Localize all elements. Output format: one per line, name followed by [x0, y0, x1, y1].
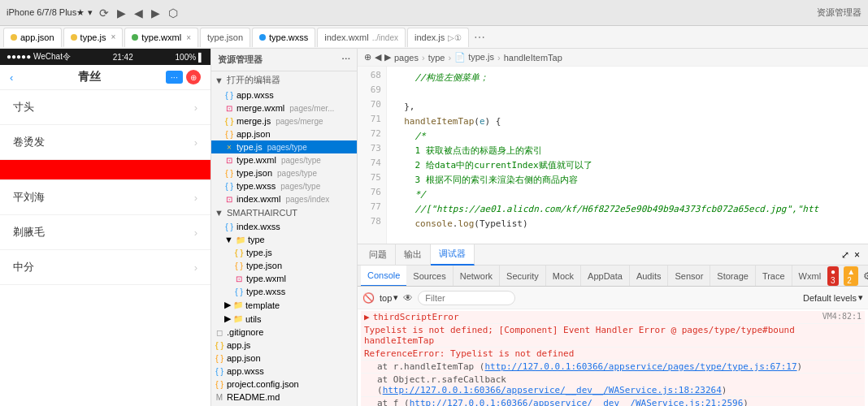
more-icon[interactable]: ··· ⊕: [166, 70, 201, 84]
code-text: handleItemTap(e) {: [393, 116, 501, 127]
list-item[interactable]: 剃腋毛 ›: [0, 215, 210, 250]
list-item[interactable]: 中分 ›: [0, 250, 210, 285]
close-icon[interactable]: ×: [186, 33, 191, 42]
section-label: SMARTHAIRCUT: [227, 208, 297, 218]
tree-file-type-json[interactable]: { } type.json pages/type: [211, 166, 357, 179]
list-item[interactable]: 卷烫发 ›: [0, 125, 210, 160]
more-tabs-icon[interactable]: ⋯: [474, 31, 485, 44]
compile-icon[interactable]: ⬡: [168, 6, 178, 19]
file-name: index.wxml: [237, 194, 280, 204]
tree-file-gitignore[interactable]: ◻ .gitignore: [211, 326, 357, 339]
tree-file-type-json-2[interactable]: { } type.json: [211, 259, 357, 272]
tree-file-type-js[interactable]: { } type.js: [211, 246, 357, 259]
play-icon[interactable]: ▶: [117, 6, 126, 19]
tree-file-project-config[interactable]: { } project.config.json: [211, 378, 357, 391]
tree-file-type-wxss-2[interactable]: { } type.wxss: [211, 285, 357, 298]
file-name: app.wxss: [227, 366, 264, 376]
tree-file-index-wxml[interactable]: ⊡ index.wxml pages/index: [211, 192, 357, 205]
tab-sensor[interactable]: Sensor: [668, 266, 710, 287]
list-item[interactable]: 平刘海 ›: [0, 180, 210, 215]
file-path: pages/mer...: [289, 104, 334, 113]
tab-appdata[interactable]: AppData: [581, 266, 630, 287]
console-filter-input[interactable]: [418, 291, 515, 305]
tree-file-merge-wxml[interactable]: ⊡ merge.wxml pages/mer...: [211, 102, 357, 114]
default-levels[interactable]: Default levels ▾: [803, 292, 863, 303]
tab-app-json[interactable]: app.json: [3, 28, 62, 47]
back-icon[interactable]: ◀: [134, 6, 143, 19]
editor-panel: ⊕ ◀ ▶ pages › type › 📄 type.js › handleI…: [358, 49, 868, 406]
tree-file-type-wxss[interactable]: { } type.wxss pages/type: [211, 179, 357, 192]
link[interactable]: http://127.0.0.1:60366/appservice/pages/…: [484, 361, 796, 372]
tree-dir-template[interactable]: ▶ 📁 template: [211, 298, 357, 312]
tab-storage[interactable]: Storage: [710, 266, 756, 287]
nav-back[interactable]: ◀: [375, 52, 381, 63]
close-icon[interactable]: ×: [111, 32, 115, 41]
clear-console-icon[interactable]: 🚫: [362, 292, 375, 304]
code-line-75: 3 根据不同的索引来渲染右侧的商品内容: [393, 172, 861, 187]
md-icon: M: [215, 392, 224, 402]
rotate-icon[interactable]: ⟳: [99, 6, 109, 19]
device-selector[interactable]: iPhone 6/7/8 Plus★ ▾: [7, 7, 93, 18]
tab-network[interactable]: Network: [454, 266, 500, 287]
code-line-71: handleItemTap(e) {: [393, 114, 861, 128]
tab-issues[interactable]: 问题: [361, 244, 396, 266]
tree-file-app-wxss-root[interactable]: { } app.wxss: [211, 365, 357, 378]
eye-icon[interactable]: 👁: [403, 292, 413, 304]
folder-name: utils: [245, 314, 262, 324]
back-arrow-icon[interactable]: ‹: [10, 71, 13, 84]
tree-file-type-wxml[interactable]: ⊡ type.wxml pages/type: [211, 153, 357, 166]
tab-security[interactable]: Security: [500, 266, 546, 287]
collapse-icon[interactable]: ⋯: [341, 54, 350, 65]
link[interactable]: http://127.0.0.1:60366/appservice/__dev_…: [410, 398, 744, 406]
devtools-settings-icon[interactable]: ⚙: [863, 270, 868, 282]
tree-dir-utils[interactable]: ▶ 📁 utils: [211, 312, 357, 326]
line-num: 74: [358, 158, 386, 172]
file-name: app.json: [237, 129, 271, 139]
tab-wxml[interactable]: Wxml: [792, 266, 828, 287]
tree-file-type-wxml-2[interactable]: ⊡ type.wxml: [211, 272, 357, 285]
link[interactable]: http://127.0.0.1:60366/appservice/__dev_…: [383, 385, 722, 395]
chevron-right-icon: ›: [194, 192, 197, 204]
tree-file-app-json-root[interactable]: { } app.json: [211, 352, 357, 365]
tab-label: app.json: [20, 32, 54, 42]
forward-icon[interactable]: ▶: [151, 6, 160, 19]
tree-file-app-js[interactable]: { } app.js: [211, 339, 357, 352]
tab-debugger[interactable]: 调试器: [431, 244, 475, 266]
file-name: type.wxss: [237, 181, 276, 191]
tab-type-wxml[interactable]: type.wxml ×: [124, 28, 198, 47]
breadcrumb-type: type: [428, 53, 445, 63]
list-item[interactable]: [0, 160, 210, 180]
tree-dir-index-wxss[interactable]: { } index.wxss: [211, 220, 357, 233]
tab-audits[interactable]: Audits: [630, 266, 669, 287]
close-devtools-icon[interactable]: ×: [854, 249, 860, 261]
list-item[interactable]: 寸头 ›: [0, 90, 210, 125]
tab-sources[interactable]: Sources: [406, 266, 453, 287]
tree-file-type-js-open[interactable]: × type.js pages/type: [211, 140, 357, 153]
vm-ref: VM4:82:1: [822, 312, 861, 321]
tree-file-app-json[interactable]: { } app.json: [211, 127, 357, 140]
tab-console[interactable]: Console: [361, 266, 406, 287]
breadcrumb-icon: ⊕: [364, 52, 371, 63]
tab-output[interactable]: 输出: [396, 244, 431, 266]
tab-mock[interactable]: Mock: [546, 266, 581, 287]
tab-type-js[interactable]: type.js ×: [63, 28, 124, 47]
smarthaircut-section[interactable]: ▼ SMARTHAIRCUT: [211, 205, 357, 220]
code-content[interactable]: //构造左侧菜单； }, handleItemTap(e) { /* 1 获取被…: [387, 67, 868, 244]
tree-file-readme[interactable]: M README.md: [211, 391, 357, 404]
chevron-right-icon: ›: [194, 261, 197, 274]
blue-button[interactable]: ···: [166, 71, 183, 84]
expand-icon[interactable]: ⤢: [841, 249, 849, 261]
nav-forward[interactable]: ▶: [384, 52, 391, 63]
tab-type-wxss[interactable]: type.wxss: [252, 28, 315, 47]
tree-file-merge-js[interactable]: { } merge.js pages/merge: [211, 114, 357, 127]
open-editors-section[interactable]: ▼ 打开的编辑器: [211, 71, 357, 89]
tab-index-js[interactable]: index.js ▷①: [407, 28, 469, 47]
tab-type-json[interactable]: type.json: [200, 28, 250, 47]
chevron-right-icon: ›: [194, 136, 197, 149]
tree-file-app-wxss[interactable]: { } app.wxss: [211, 89, 357, 102]
top-selector[interactable]: top ▾: [380, 292, 398, 303]
code-line-72: /*: [393, 128, 861, 143]
tab-index-wxml[interactable]: index.wxml ../index: [317, 28, 406, 47]
tab-trace[interactable]: Trace: [756, 266, 792, 287]
tree-dir-type[interactable]: ▼ 📁 type: [211, 233, 357, 246]
